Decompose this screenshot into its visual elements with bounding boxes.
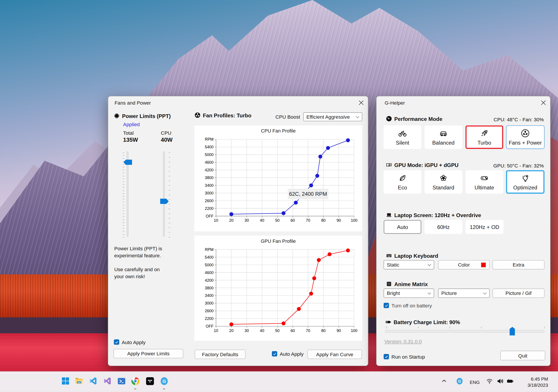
gpu-fan-profile-chart[interactable]: GPU Fan ProfileOFF2200260030003400380042…: [194, 235, 362, 341]
file-explorer-icon[interactable]: [74, 376, 84, 386]
perf-mode-silent-label: Silent: [396, 140, 409, 146]
anime-matrix-heading-row: Anime Matrix: [386, 281, 428, 287]
run-on-startup-checkbox[interactable]: [384, 354, 389, 359]
keyboard-color-button[interactable]: Color: [438, 260, 490, 269]
apply-power-limits-button[interactable]: Apply Power Limits: [113, 349, 183, 358]
svg-text:RPM: RPM: [205, 247, 214, 252]
volume-icon[interactable]: [496, 376, 504, 386]
g-helper-tray-icon[interactable]: G: [455, 376, 463, 386]
cpu-boost-select[interactable]: Efficient Aggressive: [303, 112, 362, 121]
svg-text:20: 20: [229, 328, 234, 333]
turn-off-on-battery-checkbox[interactable]: [384, 303, 389, 308]
slider-tick: [169, 218, 170, 219]
chevron-down-icon: [483, 291, 487, 294]
slider-tick: [418, 326, 418, 328]
perf-mode-turbo-button[interactable]: Turbo: [465, 125, 503, 149]
screen-120hz-od-button[interactable]: 120Hz + OD: [465, 220, 503, 234]
flower-icon: [439, 173, 448, 183]
g-helper-running-indicator: [163, 389, 165, 390]
matrix-mode-select[interactable]: Picture: [438, 289, 490, 298]
applied-link[interactable]: Applied: [123, 122, 140, 127]
svg-text:40: 40: [260, 328, 264, 333]
cpu-power-slider-thumb[interactable]: [160, 199, 169, 204]
svg-text:3000: 3000: [205, 191, 214, 195]
chrome-icon[interactable]: [131, 376, 140, 386]
perf-mode-silent-button[interactable]: Silent: [384, 125, 421, 149]
slider-tick: [123, 214, 124, 214]
slider-tick: [123, 176, 124, 176]
svg-text:80: 80: [321, 218, 326, 223]
cpu-boost-value: Efficient Aggressive: [306, 114, 350, 119]
powershell-icon[interactable]: [117, 376, 126, 386]
svg-text:40: 40: [260, 218, 264, 223]
close-icon[interactable]: [540, 99, 548, 107]
svg-text:OFF: OFF: [206, 324, 214, 328]
language-indicator[interactable]: ENG: [470, 379, 480, 385]
screen-auto-button[interactable]: Auto: [384, 220, 421, 234]
svg-text:3000: 3000: [205, 301, 214, 305]
total-power-slider-thumb[interactable]: [123, 159, 132, 165]
leaf-icon: [398, 173, 407, 183]
slider-tick: [123, 155, 124, 156]
g-helper-window: G-Helper Performance Mode CPU: 48°C - Fa…: [376, 96, 551, 366]
auto-apply-power-checkbox[interactable]: [114, 340, 119, 345]
auto-apply-fan-checkbox[interactable]: [272, 351, 277, 356]
picture-gif-button[interactable]: Picture / Gif: [492, 289, 544, 298]
vscode-icon[interactable]: [89, 376, 98, 386]
version-link[interactable]: Version: 0.31.0.0: [384, 339, 422, 344]
gpu-mode-heading: GPU Mode: iGPU + dGPU: [394, 162, 459, 168]
apply-fan-curve-button[interactable]: Apply Fan Curve: [307, 350, 362, 359]
slider-tick: [169, 199, 170, 200]
power-limits-heading: Power Limits (PPT): [122, 113, 171, 119]
slider-tick: [123, 152, 124, 153]
keyboard-extra-button[interactable]: Extra: [492, 260, 544, 269]
fan-icon: [521, 129, 530, 138]
g-helper-taskbar-icon[interactable]: G: [159, 376, 169, 386]
chevron-down-icon: [427, 263, 431, 266]
perf-mode-balanced-button[interactable]: Balanced: [424, 125, 462, 149]
cpu-temp-status: CPU: 48°C - Fan: 30%: [494, 117, 544, 122]
cpu-chip-icon: [113, 113, 120, 119]
screen-60hz-button[interactable]: 60Hz: [424, 220, 462, 234]
slider-tick: [123, 208, 124, 208]
tidal-icon[interactable]: [145, 376, 155, 386]
matrix-brightness-select[interactable]: Bright: [384, 289, 434, 298]
gpu-mode-ultimate-button[interactable]: Ultimate: [465, 170, 503, 194]
fans-power-button[interactable]: Fans + Power: [506, 125, 545, 149]
cpu-fan-profile-chart[interactable]: CPU Fan ProfileOFF2200260030003400380042…: [194, 125, 362, 231]
fans-and-power-window: Fans and Power Power Limits (PPT) Applie…: [108, 96, 368, 366]
turn-off-on-battery-label: Turn off on battery: [392, 303, 432, 309]
svg-text:62C, 2400 RPM: 62C, 2400 RPM: [289, 191, 327, 197]
cpu-power-slider-track[interactable]: [163, 151, 165, 237]
tray-chevron-up-icon[interactable]: [441, 376, 448, 386]
quit-button[interactable]: Quit: [500, 351, 545, 360]
chrome-running-indicator: [134, 389, 136, 390]
svg-text:100: 100: [351, 328, 357, 333]
gpu-mode-optimized-button[interactable]: Optimized: [506, 170, 545, 194]
keyboard-mode-select[interactable]: Static: [384, 260, 434, 269]
svg-text:60: 60: [290, 218, 295, 223]
svg-text:OFF: OFF: [206, 214, 214, 218]
close-icon[interactable]: [357, 99, 365, 107]
anime-matrix-heading: Anime Matrix: [394, 281, 428, 287]
slider-tick: [169, 227, 170, 228]
gpu-mode-eco-button[interactable]: Eco: [384, 170, 421, 194]
visual-studio-icon[interactable]: [103, 376, 112, 386]
svg-text:GPU Fan Profile: GPU Fan Profile: [261, 238, 296, 244]
factory-defaults-button[interactable]: Factory Defaults: [195, 350, 245, 359]
laptop-keyboard-heading-row: Laptop Keyboard: [386, 252, 438, 259]
slider-tick: [123, 196, 124, 197]
slider-tick: [169, 167, 170, 167]
battery-tray-icon[interactable]: [506, 376, 514, 386]
laptop-icon: [386, 212, 392, 218]
clock[interactable]: 6:45 PM 3/18/2023: [527, 376, 548, 388]
wifi-icon[interactable]: [485, 376, 493, 386]
svg-text:50: 50: [275, 328, 280, 333]
battery-slider-thumb[interactable]: [510, 327, 515, 335]
gpu-mode-standard-button[interactable]: Standard: [424, 170, 462, 194]
slider-tick: [123, 190, 124, 191]
slider-tick: [169, 181, 170, 181]
slider-tick: [123, 225, 124, 226]
start-button[interactable]: [61, 376, 70, 386]
battery-slider-track[interactable]: [385, 330, 545, 333]
